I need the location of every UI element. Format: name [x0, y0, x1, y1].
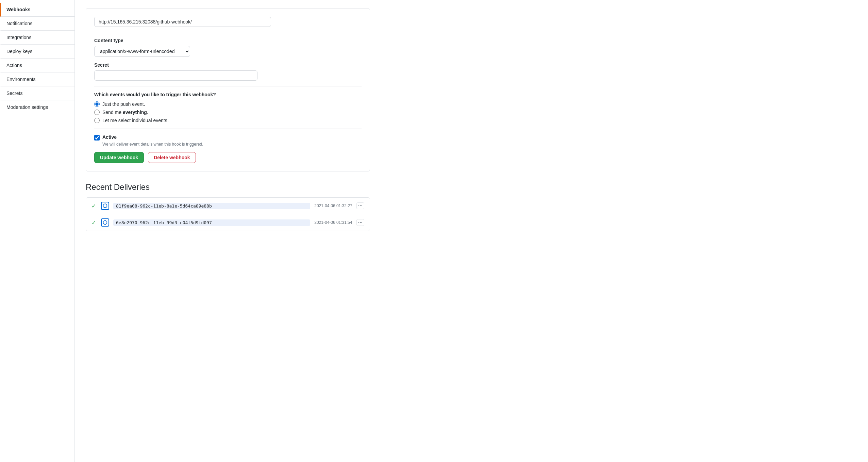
sidebar-item-deploy-keys[interactable]: Deploy keys	[0, 45, 74, 59]
active-checkbox-group: Active	[94, 134, 362, 141]
secret-input[interactable]	[94, 70, 257, 81]
delivery-guid: 81f9ea08-962c-11eb-8a1e-5d64ca89e88b	[113, 203, 310, 209]
success-check-icon: ✓	[91, 203, 97, 209]
radio-everything-group: Send me everything.	[94, 110, 362, 115]
sidebar-item-environments[interactable]: Environments	[0, 72, 74, 86]
recent-deliveries-title: Recent Deliveries	[86, 182, 370, 192]
events-question-text: Which events would you like to trigger t…	[94, 92, 362, 97]
deliveries-list: ✓ 81f9ea08-962c-11eb-8a1e-5d64ca89e88b 2…	[86, 197, 370, 231]
delivery-guid: 6e8e2970-962c-11eb-99d3-c04f5d9fd097	[113, 219, 310, 226]
active-checkbox[interactable]	[94, 135, 100, 141]
main-content: Content type application/x-www-form-urle…	[75, 0, 381, 462]
radio-individual-label[interactable]: Let me select individual events.	[102, 118, 169, 123]
webhook-url-input[interactable]	[94, 17, 271, 27]
form-buttons: Update webhook Delete webhook	[94, 152, 362, 163]
webhook-form-section: Content type application/x-www-form-urle…	[86, 8, 370, 171]
sidebar-item-webhooks[interactable]: Webhooks	[0, 3, 74, 17]
form-divider	[94, 86, 362, 86]
sidebar-item-notifications[interactable]: Notifications	[0, 17, 74, 31]
radio-individual[interactable]	[94, 118, 100, 123]
radio-push-group: Just the push event.	[94, 101, 362, 107]
delivery-timestamp: 2021-04-06 01:32:27	[314, 203, 352, 208]
success-check-icon: ✓	[91, 219, 97, 226]
sidebar-item-secrets[interactable]: Secrets	[0, 86, 74, 100]
package-icon	[101, 218, 109, 227]
url-field-group	[94, 17, 362, 32]
radio-individual-group: Let me select individual events.	[94, 118, 362, 123]
recent-deliveries-section: Recent Deliveries ✓ 81f9ea08-962c-11eb-8…	[86, 182, 370, 231]
table-row[interactable]: ✓ 81f9ea08-962c-11eb-8a1e-5d64ca89e88b 2…	[86, 198, 370, 214]
update-webhook-button[interactable]: Update webhook	[94, 152, 144, 163]
delete-webhook-button[interactable]: Delete webhook	[148, 152, 196, 163]
delivery-timestamp: 2021-04-06 01:31:54	[314, 220, 352, 225]
content-type-label: Content type	[94, 38, 362, 43]
active-label[interactable]: Active	[102, 134, 117, 140]
delivery-more-button[interactable]: ···	[356, 219, 364, 226]
content-type-select[interactable]: application/x-www-form-urlencoded applic…	[94, 46, 190, 57]
radio-everything[interactable]	[94, 110, 100, 115]
sidebar-item-moderation-settings[interactable]: Moderation settings	[0, 100, 74, 114]
radio-everything-label[interactable]: Send me everything.	[102, 110, 148, 115]
sidebar-item-actions[interactable]: Actions	[0, 59, 74, 72]
secret-group: Secret	[94, 62, 362, 81]
sidebar-item-integrations[interactable]: Integrations	[0, 31, 74, 45]
radio-push[interactable]	[94, 101, 100, 107]
content-type-group: Content type application/x-www-form-urle…	[94, 38, 362, 57]
package-icon	[101, 202, 109, 210]
events-group: Which events would you like to trigger t…	[94, 92, 362, 123]
active-divider	[94, 129, 362, 129]
sidebar: Webhooks Notifications Integrations Depl…	[0, 0, 75, 462]
radio-push-label[interactable]: Just the push event.	[102, 101, 145, 107]
delivery-more-button[interactable]: ···	[356, 202, 364, 209]
active-description: We will deliver event details when this …	[102, 142, 362, 147]
table-row[interactable]: ✓ 6e8e2970-962c-11eb-99d3-c04f5d9fd097 2…	[86, 214, 370, 231]
secret-label: Secret	[94, 62, 362, 68]
